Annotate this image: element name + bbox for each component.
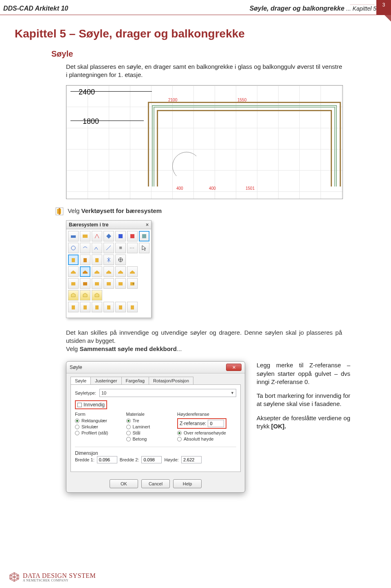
dialog-title: Søyle [70, 364, 82, 370]
tool-btn[interactable] [115, 278, 126, 289]
dialog-titlebar[interactable]: Søyle ✕ [66, 362, 245, 373]
svg-line-9 [106, 246, 111, 250]
tool-btn[interactable] [115, 255, 126, 265]
svg-rect-4 [83, 235, 88, 238]
tab-rotasjon[interactable]: Rotasjon/Posisjon [149, 377, 193, 384]
svg-rect-5 [119, 234, 123, 238]
tool-btn[interactable] [80, 302, 90, 312]
svg-rect-25 [83, 305, 87, 309]
dds-logo-icon [9, 572, 20, 582]
tool-btn[interactable] [92, 278, 102, 289]
dim-title: Dimensjon [75, 450, 236, 456]
tool-btn[interactable] [92, 231, 102, 241]
soyletype-combo[interactable]: 10 ▼ [99, 389, 236, 397]
ok-button[interactable]: OK [110, 479, 138, 488]
tool-btn[interactable] [80, 231, 90, 241]
tool-btn[interactable] [80, 278, 90, 289]
radio-sirkulaer[interactable] [75, 425, 79, 429]
tool-btn[interactable] [115, 231, 126, 241]
cancel-button[interactable]: Cancel [141, 479, 170, 488]
tool-btn[interactable] [68, 302, 79, 312]
svg-rect-2 [59, 208, 60, 215]
tool-btn[interactable] [103, 266, 114, 277]
tool-btn[interactable] [103, 302, 114, 312]
tool-btn[interactable]: ≡ [115, 243, 126, 253]
bredde2-label: Bredde 2: [120, 457, 139, 462]
tool-btn[interactable] [103, 243, 114, 253]
tab-fargelag[interactable]: Farge/lag [121, 377, 149, 384]
tab-justeringer[interactable]: Justeringer [90, 377, 121, 384]
header-sub: ... Kapittel 5 [346, 5, 376, 12]
side-note: Legg merke til Z-referanse – søylen star… [257, 361, 350, 436]
paragraph-2: Det kan skilles på innvendige og utvendi… [66, 329, 342, 353]
tool-btn[interactable] [127, 266, 138, 277]
innvendig-label: Innvendig [83, 402, 105, 408]
tool-btn-selected[interactable] [80, 266, 90, 277]
innvendig-checkbox[interactable] [77, 403, 82, 407]
radio-rektangulaer[interactable] [75, 419, 79, 423]
svg-rect-13 [95, 258, 99, 262]
bredde2-input[interactable] [141, 456, 162, 463]
radio-betong[interactable] [126, 437, 131, 441]
tool-btn[interactable] [92, 255, 102, 265]
tool-btn[interactable] [115, 302, 126, 312]
tool-btn[interactable] [92, 290, 102, 301]
innvendig-highlight: Innvendig [75, 400, 107, 409]
tool-btn[interactable] [80, 290, 90, 301]
tool-btn[interactable] [92, 266, 102, 277]
tool-btn[interactable] [68, 255, 79, 265]
cad-dim-red-2: 1550 [237, 98, 246, 102]
hoyde-input[interactable] [181, 456, 202, 463]
tool-btn[interactable] [127, 243, 138, 253]
tool-btn-cursor[interactable] [139, 243, 149, 253]
radio-profilert[interactable] [75, 431, 79, 435]
side-note-p3: Aksepter de foreslåtte verdiene og trykk… [257, 414, 350, 431]
tool-btn[interactable] [127, 302, 138, 312]
help-button[interactable]: Help [173, 479, 202, 488]
tool-btn[interactable] [103, 278, 114, 289]
tab-soyle[interactable]: Søyle [70, 377, 91, 384]
radio-laminert[interactable] [126, 425, 131, 429]
tool-btn[interactable] [103, 231, 114, 241]
radio-stal[interactable] [126, 431, 131, 435]
radio-tre[interactable] [126, 419, 131, 423]
tool-btn[interactable] [80, 255, 90, 265]
svg-rect-18 [83, 282, 87, 285]
tool-btn[interactable] [103, 255, 114, 265]
tool-btn[interactable] [68, 243, 79, 253]
svg-rect-3 [71, 235, 76, 238]
svg-rect-6 [130, 234, 134, 238]
header-right: Søyle, drager og balkongrekke ... Kapitt… [250, 5, 376, 12]
dialog-close-button[interactable]: ✕ [226, 364, 242, 371]
tool-btn[interactable] [92, 243, 102, 253]
header-title: Søyle, drager og balkongrekke [250, 5, 345, 12]
tool-btn[interactable] [115, 266, 126, 277]
zref-input[interactable] [208, 420, 224, 427]
svg-rect-17 [71, 282, 75, 285]
bredde1-input[interactable] [97, 456, 117, 463]
tool-btn[interactable] [68, 290, 79, 301]
tool-btn[interactable]: ? [127, 278, 138, 289]
svg-rect-7 [142, 234, 146, 238]
palette-titlebar[interactable]: Bæresystem i tre × [66, 221, 151, 229]
tool-btn[interactable] [139, 231, 149, 241]
radio-absolutt[interactable] [177, 437, 182, 441]
tool-btn[interactable] [68, 278, 79, 289]
intro-text: Det skal plasseres en søyle, en drager s… [66, 63, 342, 79]
tool-btn[interactable] [68, 266, 79, 277]
cad-dim-red-1: 2100 [168, 98, 177, 102]
group-form-title: Form [75, 412, 121, 417]
svg-point-8 [71, 246, 75, 250]
footer-name: DATA DESIGN SYSTEM [23, 572, 96, 579]
cad-dim-red-4: 400 [209, 186, 216, 191]
tool-btn[interactable] [92, 302, 102, 312]
svg-rect-27 [107, 305, 110, 309]
radio-over-ref[interactable] [177, 431, 182, 435]
palette-close-icon[interactable]: × [146, 222, 149, 228]
tool-btn[interactable] [68, 231, 79, 241]
tool-btn[interactable] [127, 231, 138, 241]
tool-btn[interactable] [80, 243, 90, 253]
cad-dim-2400: 2400 [79, 88, 95, 97]
cad-figure: 2400 1800 2100 1550 400 400 1501 [66, 85, 343, 199]
group-hoyderef: Høydereferanse Z-referanse: Over referan… [177, 412, 236, 443]
